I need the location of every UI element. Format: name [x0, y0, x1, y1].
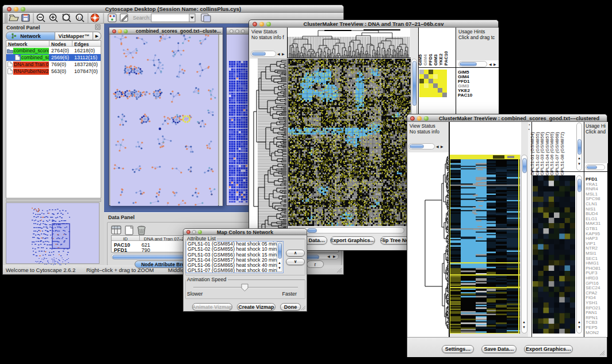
svg-text:1:1: 1:1 — [78, 16, 82, 20]
svg-text:Search:: Search: — [133, 15, 151, 21]
